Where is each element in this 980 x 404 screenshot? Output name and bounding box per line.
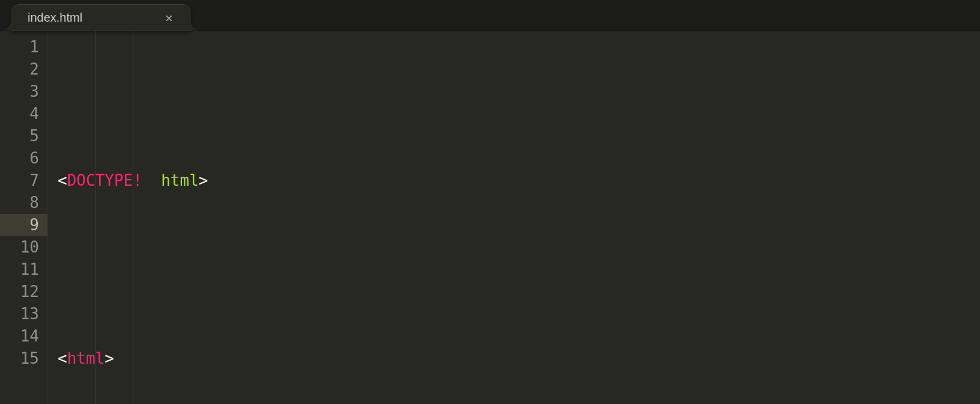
line-number: 1 — [0, 36, 39, 58]
token-attr: html — [161, 171, 199, 189]
line-number: 7 — [0, 170, 39, 192]
punct: > — [104, 349, 114, 367]
line-number: 2 — [0, 58, 39, 81]
token-doctype: DOCTYPE! — [67, 171, 142, 189]
close-icon[interactable]: × — [162, 10, 177, 26]
code-area[interactable]: <DOCTYPE! html> <html> <head> <head> <bo… — [48, 31, 980, 404]
line-number: 6 — [0, 147, 39, 170]
punct: < — [58, 171, 67, 189]
punct: < — [58, 349, 67, 367]
code-line[interactable] — [58, 259, 980, 281]
token-tag: html — [67, 349, 105, 367]
line-number-active: 9 — [0, 214, 47, 236]
line-number: 5 — [0, 125, 39, 147]
tab-title: index.html — [28, 11, 162, 25]
tab-index-html[interactable]: index.html × — [11, 4, 191, 31]
line-number: 14 — [0, 325, 39, 347]
line-number: 4 — [0, 103, 39, 125]
punct: > — [199, 171, 208, 189]
line-number: 3 — [0, 81, 39, 103]
code-line[interactable]: <html> — [58, 347, 980, 370]
space — [142, 171, 161, 189]
line-number: 15 — [0, 347, 39, 370]
tab-bar: index.html × — [0, 0, 980, 31]
line-number: 8 — [0, 192, 39, 214]
line-number: 11 — [0, 259, 39, 281]
code-editor[interactable]: 1 2 3 4 5 6 7 8 9 10 11 12 13 14 15 <DOC… — [0, 31, 980, 404]
line-number: 10 — [0, 236, 39, 259]
line-number-gutter: 1 2 3 4 5 6 7 8 9 10 11 12 13 14 15 — [0, 31, 48, 404]
line-number: 13 — [0, 303, 39, 325]
line-number: 12 — [0, 281, 39, 303]
code-line[interactable]: <DOCTYPE! html> — [58, 170, 980, 192]
